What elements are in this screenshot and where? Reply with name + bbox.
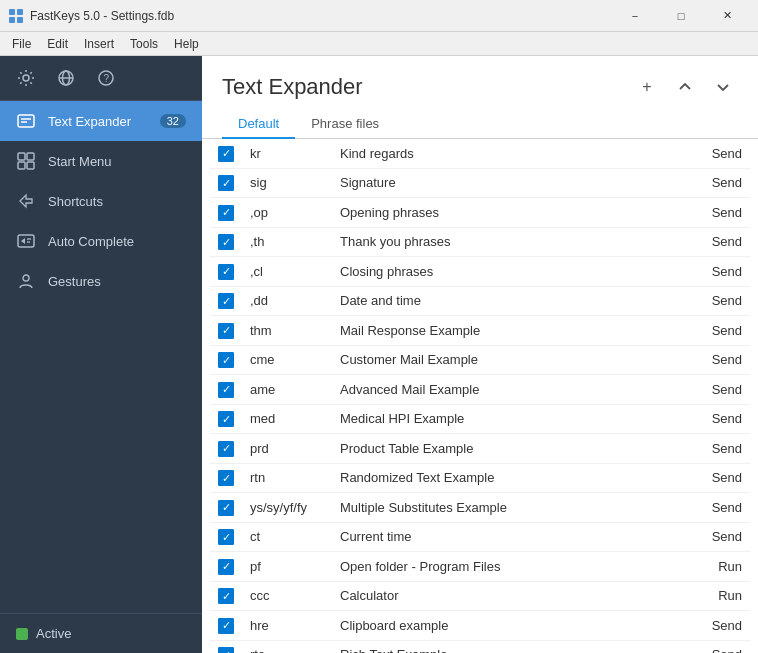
table-row[interactable]: ✓ ct Current time Send xyxy=(210,522,750,552)
table-row[interactable]: ✓ ccc Calculator Run xyxy=(210,581,750,611)
checkbox-icon[interactable]: ✓ xyxy=(218,382,234,398)
table-row[interactable]: ✓ ,dd Date and time Send xyxy=(210,286,750,316)
checkbox-icon[interactable]: ✓ xyxy=(218,352,234,368)
menu-tools[interactable]: Tools xyxy=(122,35,166,53)
table-row[interactable]: ✓ pf Open folder - Program Files Run xyxy=(210,552,750,582)
checkbox-cell[interactable]: ✓ xyxy=(210,581,242,611)
abbreviation-cell: ,op xyxy=(242,198,332,228)
close-button[interactable]: ✕ xyxy=(704,0,750,32)
menu-edit[interactable]: Edit xyxy=(39,35,76,53)
add-button[interactable]: + xyxy=(632,72,662,102)
abbreviation-cell: ccc xyxy=(242,581,332,611)
checkbox-cell[interactable]: ✓ xyxy=(210,316,242,346)
table-row[interactable]: ✓ ys/sy/yf/fy Multiple Substitutes Examp… xyxy=(210,493,750,523)
checkbox-icon[interactable]: ✓ xyxy=(218,234,234,250)
svg-rect-15 xyxy=(18,162,25,169)
checkbox-icon[interactable]: ✓ xyxy=(218,500,234,516)
table-row[interactable]: ✓ cme Customer Mail Example Send xyxy=(210,345,750,375)
table-row[interactable]: ✓ rtn Randomized Text Example Send xyxy=(210,463,750,493)
checkbox-cell[interactable]: ✓ xyxy=(210,286,242,316)
description-cell: Open folder - Program Files xyxy=(332,552,690,582)
checkbox-cell[interactable]: ✓ xyxy=(210,611,242,641)
menu-insert[interactable]: Insert xyxy=(76,35,122,53)
tab-phrase-files[interactable]: Phrase files xyxy=(295,110,395,139)
help-icon-btn[interactable]: ? xyxy=(92,64,120,92)
sidebar: ? Text Expander 32 xyxy=(0,56,202,653)
description-cell: Kind regards xyxy=(332,139,690,168)
checkbox-cell[interactable]: ✓ xyxy=(210,404,242,434)
checkbox-cell[interactable]: ✓ xyxy=(210,640,242,653)
checkbox-icon[interactable]: ✓ xyxy=(218,647,234,653)
checkbox-cell[interactable]: ✓ xyxy=(210,434,242,464)
abbreviation-cell: hre xyxy=(242,611,332,641)
table-row[interactable]: ✓ ,th Thank you phrases Send xyxy=(210,227,750,257)
checkbox-cell[interactable]: ✓ xyxy=(210,463,242,493)
svg-rect-13 xyxy=(18,153,25,160)
description-cell: Date and time xyxy=(332,286,690,316)
checkbox-cell[interactable]: ✓ xyxy=(210,522,242,552)
type-cell: Send xyxy=(690,198,750,228)
checkbox-icon[interactable]: ✓ xyxy=(218,559,234,575)
sidebar-item-auto-complete[interactable]: Auto Complete xyxy=(0,221,202,261)
checkbox-icon[interactable]: ✓ xyxy=(218,441,234,457)
sidebar-item-text-expander[interactable]: Text Expander 32 xyxy=(0,101,202,141)
abbreviation-cell: ,th xyxy=(242,227,332,257)
menu-help[interactable]: Help xyxy=(166,35,207,53)
checkbox-cell[interactable]: ✓ xyxy=(210,375,242,405)
active-status-label: Active xyxy=(36,626,71,641)
checkbox-cell[interactable]: ✓ xyxy=(210,257,242,287)
checkbox-icon[interactable]: ✓ xyxy=(218,175,234,191)
checkbox-icon[interactable]: ✓ xyxy=(218,470,234,486)
type-cell: Run xyxy=(690,552,750,582)
table-row[interactable]: ✓ rte Rich Text Example Send xyxy=(210,640,750,653)
table-row[interactable]: ✓ ,cl Closing phrases Send xyxy=(210,257,750,287)
description-cell: Rich Text Example xyxy=(332,640,690,653)
table-row[interactable]: ✓ thm Mail Response Example Send xyxy=(210,316,750,346)
table-row[interactable]: ✓ ,op Opening phrases Send xyxy=(210,198,750,228)
checkbox-cell[interactable]: ✓ xyxy=(210,493,242,523)
start-menu-label: Start Menu xyxy=(48,154,186,169)
checkbox-cell[interactable]: ✓ xyxy=(210,139,242,168)
checkbox-icon[interactable]: ✓ xyxy=(218,588,234,604)
checkbox-icon[interactable]: ✓ xyxy=(218,411,234,427)
settings-icon-btn[interactable] xyxy=(12,64,40,92)
menu-file[interactable]: File xyxy=(4,35,39,53)
svg-point-4 xyxy=(23,75,29,81)
checkbox-cell[interactable]: ✓ xyxy=(210,552,242,582)
checkbox-cell[interactable]: ✓ xyxy=(210,345,242,375)
move-up-button[interactable] xyxy=(670,72,700,102)
table-row[interactable]: ✓ prd Product Table Example Send xyxy=(210,434,750,464)
table-row[interactable]: ✓ med Medical HPI Example Send xyxy=(210,404,750,434)
window-controls: − □ ✕ xyxy=(612,0,750,32)
move-down-button[interactable] xyxy=(708,72,738,102)
sidebar-item-start-menu[interactable]: Start Menu xyxy=(0,141,202,181)
checkbox-icon[interactable]: ✓ xyxy=(218,323,234,339)
abbreviation-cell: prd xyxy=(242,434,332,464)
maximize-button[interactable]: □ xyxy=(658,0,704,32)
table-row[interactable]: ✓ sig Signature Send xyxy=(210,168,750,198)
table-row[interactable]: ✓ kr Kind regards Send xyxy=(210,139,750,168)
checkbox-cell[interactable]: ✓ xyxy=(210,168,242,198)
tab-default[interactable]: Default xyxy=(222,110,295,139)
sidebar-item-shortcuts[interactable]: Shortcuts xyxy=(0,181,202,221)
checkbox-icon[interactable]: ✓ xyxy=(218,529,234,545)
checkbox-icon[interactable]: ✓ xyxy=(218,293,234,309)
checkbox-icon[interactable]: ✓ xyxy=(218,264,234,280)
checkbox-icon[interactable]: ✓ xyxy=(218,146,234,162)
type-cell: Send xyxy=(690,345,750,375)
checkbox-icon[interactable]: ✓ xyxy=(218,205,234,221)
minimize-button[interactable]: − xyxy=(612,0,658,32)
sidebar-item-gestures[interactable]: Gestures xyxy=(0,261,202,301)
checkbox-cell[interactable]: ✓ xyxy=(210,227,242,257)
description-cell: Mail Response Example xyxy=(332,316,690,346)
content-header: Text Expander + xyxy=(202,56,758,102)
checkbox-cell[interactable]: ✓ xyxy=(210,198,242,228)
checkbox-icon[interactable]: ✓ xyxy=(218,618,234,634)
text-expander-label: Text Expander xyxy=(48,114,148,129)
table-row[interactable]: ✓ hre Clipboard example Send xyxy=(210,611,750,641)
type-cell: Send xyxy=(690,404,750,434)
table-row[interactable]: ✓ ame Advanced Mail Example Send xyxy=(210,375,750,405)
abbreviation-cell: cme xyxy=(242,345,332,375)
globe-icon-btn[interactable] xyxy=(52,64,80,92)
type-cell: Send xyxy=(690,434,750,464)
